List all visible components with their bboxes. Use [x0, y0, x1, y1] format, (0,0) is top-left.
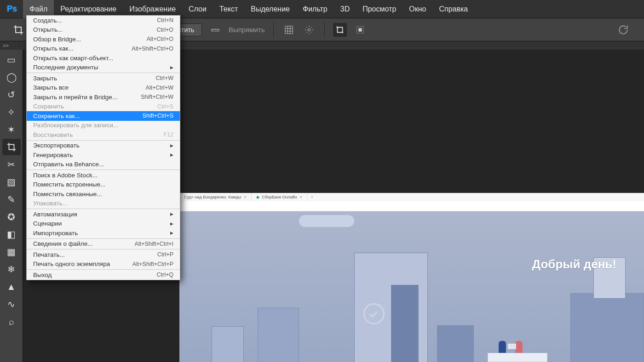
- submenu-arrow-icon: ▶: [170, 65, 173, 70]
- menu-item[interactable]: Печатать...Ctrl+P: [27, 250, 180, 260]
- content-aware-icon[interactable]: [353, 23, 367, 37]
- menu-item[interactable]: Сценарии▶: [27, 219, 180, 229]
- menu-item-label: Сохранить как...: [33, 113, 143, 119]
- menu-item[interactable]: Поиск в Adobe Stock...: [27, 170, 180, 180]
- menu-item-label: Экспортировать: [33, 142, 170, 149]
- menu-item-label: Поместить встроенные...: [33, 181, 173, 188]
- menu-item-label: Сведения о файле...: [33, 240, 135, 247]
- menu-выделение[interactable]: Выделение: [244, 0, 296, 18]
- pen-tool[interactable]: ▲: [2, 278, 21, 295]
- grid-overlay-icon[interactable]: [282, 23, 296, 37]
- app-logo-text: Ps: [7, 4, 17, 14]
- delete-cropped-icon[interactable]: [333, 23, 347, 37]
- separator: [273, 22, 274, 38]
- submenu-arrow-icon: ▶: [170, 221, 173, 226]
- menu-item[interactable]: Печать одного экземпляраAlt+Shift+Ctrl+P: [27, 260, 180, 269]
- menu-item-label: Закрыть: [33, 75, 155, 82]
- tool-strip: ▭◯↺✧✶✂▨✎✪◧▦❄▲∿⌕: [0, 50, 23, 362]
- menu-separator: [27, 249, 180, 249]
- lasso-ellipse-tool[interactable]: ◯: [2, 69, 21, 85]
- menu-справка[interactable]: Справка: [432, 0, 474, 18]
- menu-item: СохранитьCtrl+S: [27, 102, 180, 112]
- menu-item-label: Печать одного экземпляра: [33, 260, 132, 267]
- menu-item: Разблокировать для записи...: [27, 121, 180, 130]
- menu-item[interactable]: Открыть...Ctrl+O: [27, 25, 180, 35]
- menu-item-shortcut: Ctrl+S: [157, 103, 173, 110]
- gradient-tool[interactable]: ▦: [2, 243, 21, 260]
- crop-tool[interactable]: [2, 139, 21, 155]
- browser-tab[interactable]: Суд» над Бондаренко. Кажды×: [179, 193, 252, 201]
- menu-item[interactable]: Поместить встроенные...: [27, 180, 180, 190]
- menu-item-label: Разблокировать для записи...: [33, 122, 173, 129]
- menu-item[interactable]: Сведения о файле...Alt+Shift+Ctrl+I: [27, 239, 180, 249]
- submenu-arrow-icon: ▶: [170, 143, 173, 148]
- menu-item-shortcut: Ctrl+Q: [157, 272, 173, 278]
- menu-item-label: Сохранить: [33, 103, 157, 110]
- eraser-tool[interactable]: ◧: [2, 226, 21, 243]
- frame-tool[interactable]: ▨: [2, 174, 21, 190]
- menu-слои[interactable]: Слои: [182, 0, 213, 18]
- menu-item-shortcut: Ctrl+W: [155, 75, 173, 81]
- menu-item-shortcut: F12: [163, 131, 173, 138]
- menu-item[interactable]: Создать...Ctrl+N: [27, 16, 180, 25]
- menu-item-label: Поиск в Adobe Stock...: [33, 172, 173, 179]
- separator: [324, 22, 325, 38]
- menu-item[interactable]: Отправить на Behance...: [27, 160, 180, 170]
- browser-tab[interactable]: ◆СберБанк Онлайн×: [252, 193, 307, 201]
- menu-item-shortcut: Ctrl+N: [157, 17, 173, 23]
- settings-gear-icon[interactable]: [302, 23, 316, 37]
- slice-tool[interactable]: ✂: [2, 156, 21, 173]
- menu-item[interactable]: Импортировать▶: [27, 228, 180, 238]
- menu-item-label: Открыть как смарт-объект...: [33, 55, 173, 62]
- menu-окно[interactable]: Окно: [402, 0, 432, 18]
- straighten-icon[interactable]: [208, 23, 222, 37]
- menu-item-shortcut: Ctrl+O: [157, 27, 173, 33]
- browser-tabstrip: Суд» над Бондаренко. Кажды× ◆СберБанк Он…: [179, 193, 644, 201]
- menu-item[interactable]: Открыть как смарт-объект...: [27, 53, 180, 63]
- menu-separator: [27, 269, 180, 270]
- menu-item-label: Упаковать...: [33, 200, 173, 207]
- lasso-tool[interactable]: ↺: [2, 86, 21, 103]
- close-icon[interactable]: ×: [244, 195, 246, 199]
- menu-item[interactable]: Последние документы▶: [27, 63, 180, 73]
- zoom-tool[interactable]: ⌕: [2, 313, 21, 330]
- menu-item[interactable]: Открыть как...Alt+Shift+Ctrl+O: [27, 44, 180, 54]
- menu-item[interactable]: ЗакрытьCtrl+W: [27, 74, 180, 83]
- menu-item[interactable]: Закрыть всеAlt+Ctrl+W: [27, 83, 180, 93]
- menu-item[interactable]: Поместить связанные...: [27, 189, 180, 199]
- menu-item-shortcut: Alt+Shift+Ctrl+O: [132, 45, 173, 52]
- close-icon[interactable]: ×: [300, 195, 302, 199]
- straighten-label: Выпрямить: [229, 26, 265, 34]
- menu-item[interactable]: Экспортировать▶: [27, 141, 180, 151]
- quick-select-tool[interactable]: ✶: [2, 121, 21, 138]
- menu-item[interactable]: Сохранить как...Shift+Ctrl+S: [27, 111, 180, 121]
- menu-item-label: Поместить связанные...: [33, 191, 173, 198]
- app-logo: Ps: [4, 3, 20, 16]
- menu-item[interactable]: Обзор в Bridge...Alt+Ctrl+O: [27, 34, 180, 44]
- menu-item-shortcut: Alt+Ctrl+W: [146, 85, 173, 91]
- menu-текст[interactable]: Текст: [213, 0, 244, 18]
- menu-item[interactable]: Генерировать▶: [27, 150, 180, 160]
- menu-item-label: Отправить на Behance...: [33, 161, 173, 168]
- menu-3d[interactable]: 3D: [334, 0, 356, 18]
- page-illustration: Добрый день!: [179, 211, 644, 362]
- magic-wand-tool[interactable]: ✧: [2, 104, 21, 120]
- menu-фильтр[interactable]: Фильтр: [296, 0, 334, 18]
- menu-item-label: Закрыть и перейти в Bridge...: [33, 94, 141, 101]
- menu-item-label: Сценарии: [33, 220, 170, 227]
- open-document: Суд» над Бондаренко. Кажды× ◆СберБанк Он…: [179, 193, 644, 362]
- menu-item[interactable]: Закрыть и перейти в Bridge...Shift+Ctrl+…: [27, 92, 180, 102]
- marquee-tool[interactable]: ▭: [2, 51, 21, 68]
- menu-item-label: Восстановить: [33, 131, 163, 138]
- menu-item[interactable]: Автоматизация▶: [27, 209, 180, 219]
- menu-item[interactable]: ВыходCtrl+Q: [27, 270, 180, 280]
- brush-tool[interactable]: ✎: [2, 191, 21, 208]
- menu-item-shortcut: Alt+Shift+Ctrl+P: [132, 261, 173, 267]
- menu-просмотр[interactable]: Просмотр: [356, 0, 402, 18]
- new-tab-button[interactable]: +: [307, 195, 317, 199]
- path-tool[interactable]: ∿: [2, 296, 21, 312]
- blur-tool[interactable]: ❄: [2, 261, 21, 277]
- browser-urlbar[interactable]: [179, 201, 644, 211]
- stamp-tool[interactable]: ✪: [2, 209, 21, 225]
- reset-icon[interactable]: [616, 23, 630, 37]
